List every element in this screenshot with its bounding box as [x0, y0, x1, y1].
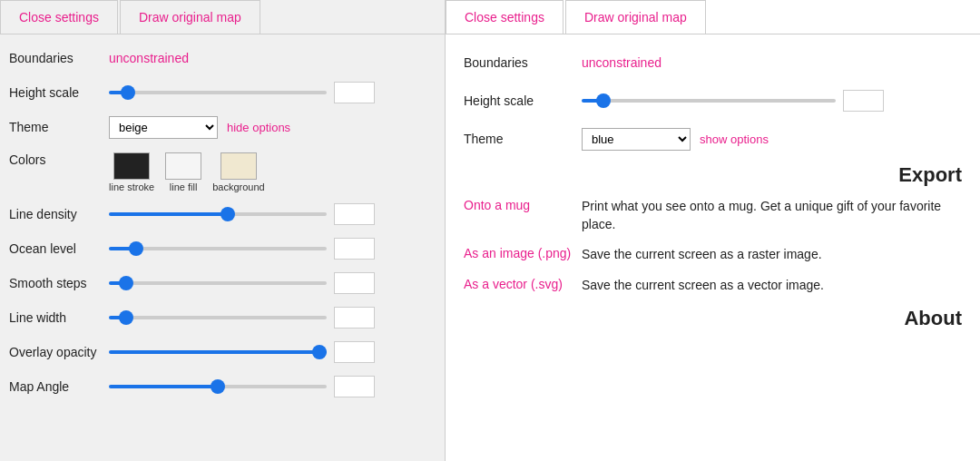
- overlay-opacity-value: 100: [109, 341, 436, 363]
- height-scale-number[interactable]: 29: [334, 82, 375, 103]
- right-close-settings-tab[interactable]: Close settings: [446, 0, 564, 34]
- boundaries-row: Boundaries unconstrained: [9, 45, 436, 71]
- line-width-row: Line width 1: [9, 305, 436, 330]
- left-panel: Close settings Draw original map Boundar…: [0, 0, 445, 461]
- as-vector-row: As a vector (.svg) Save the current scre…: [464, 277, 962, 295]
- left-settings-content: Boundaries unconstrained Height scale 29…: [0, 34, 445, 461]
- right-boundaries-value: unconstrained: [582, 55, 962, 70]
- background-label: background: [212, 181, 265, 192]
- line-width-number[interactable]: 1: [334, 307, 375, 329]
- background-swatch-item: background: [212, 152, 265, 192]
- colors-label: Colors: [9, 152, 109, 167]
- right-height-scale-value: 29: [582, 90, 962, 112]
- theme-value: beige blue green dark hide options: [109, 116, 436, 139]
- colors-value: line stroke line fill background: [109, 152, 436, 192]
- map-angle-label: Map Angle: [9, 379, 109, 394]
- about-title: About: [464, 307, 962, 330]
- ocean-level-slider[interactable]: [109, 247, 327, 250]
- onto-a-mug-row: Onto a mug Print what you see onto a mug…: [464, 198, 962, 233]
- right-theme-select[interactable]: beige blue green dark: [582, 128, 691, 151]
- right-panel: Close settings Draw original map Boundar…: [446, 0, 980, 461]
- right-height-scale-number[interactable]: 29: [843, 90, 884, 112]
- right-theme-row: Theme beige blue green dark show options: [464, 125, 962, 152]
- colors-row: Colors line stroke line fill background: [9, 149, 436, 192]
- height-scale-label: Height scale: [9, 85, 109, 100]
- line-density-slider[interactable]: [109, 212, 327, 216]
- ocean-level-number[interactable]: 0: [334, 238, 375, 260]
- line-fill-swatch-item: line fill: [165, 152, 201, 192]
- line-stroke-swatch-item: line stroke: [109, 152, 154, 192]
- as-image-row: As an image (.png) Save the current scre…: [464, 246, 962, 264]
- line-width-slider[interactable]: [109, 316, 327, 319]
- smooth-steps-value: 1: [109, 272, 436, 294]
- ocean-level-row: Ocean level 0: [9, 236, 436, 261]
- export-section: Export Onto a mug Print what you see ont…: [464, 163, 962, 330]
- line-density-row: Line density 28: [9, 201, 436, 227]
- height-scale-slider[interactable]: [109, 91, 327, 94]
- left-tab-bar: Close settings Draw original map: [0, 0, 445, 34]
- boundaries-text: unconstrained: [109, 51, 189, 65]
- background-swatch[interactable]: [220, 152, 257, 180]
- right-draw-map-tab[interactable]: Draw original map: [565, 0, 706, 34]
- line-density-label: Line density: [9, 207, 109, 221]
- as-vector-link[interactable]: As a vector (.svg): [464, 277, 582, 291]
- as-image-link[interactable]: As an image (.png): [464, 246, 582, 260]
- onto-a-mug-link[interactable]: Onto a mug: [464, 198, 582, 212]
- map-angle-slider[interactable]: [109, 385, 327, 388]
- right-boundaries-row: Boundaries unconstrained: [464, 49, 962, 76]
- line-width-label: Line width: [9, 310, 109, 325]
- height-scale-row: Height scale 29: [9, 80, 436, 105]
- right-theme-label: Theme: [464, 132, 582, 146]
- smooth-steps-label: Smooth steps: [9, 276, 109, 290]
- onto-a-mug-desc: Print what you see onto a mug. Get a uni…: [582, 198, 962, 233]
- line-fill-swatch[interactable]: [165, 152, 201, 180]
- line-density-value: 28: [109, 203, 436, 225]
- left-draw-map-tab[interactable]: Draw original map: [120, 0, 260, 34]
- right-height-scale-slider[interactable]: [582, 99, 836, 103]
- overlay-opacity-slider[interactable]: [109, 350, 327, 354]
- right-boundaries-label: Boundaries: [464, 55, 582, 70]
- right-height-scale-row: Height scale 29: [464, 87, 962, 114]
- show-options-button[interactable]: show options: [700, 132, 769, 146]
- line-fill-label: line fill: [170, 181, 198, 192]
- right-tab-bar: Close settings Draw original map: [446, 0, 980, 34]
- theme-select[interactable]: beige blue green dark: [109, 116, 218, 139]
- overlay-opacity-label: Overlay opacity: [9, 345, 109, 359]
- map-angle-row: Map Angle 0: [9, 374, 436, 399]
- right-boundaries-text: unconstrained: [582, 55, 662, 70]
- theme-label: Theme: [9, 120, 109, 134]
- line-width-value: 1: [109, 307, 436, 329]
- left-close-settings-tab[interactable]: Close settings: [0, 0, 118, 34]
- overlay-opacity-row: Overlay opacity 100: [9, 339, 436, 365]
- hide-options-button[interactable]: hide options: [227, 121, 290, 134]
- boundaries-label: Boundaries: [9, 51, 109, 65]
- height-scale-value: 29: [109, 82, 436, 103]
- color-swatch-group: line stroke line fill background: [109, 152, 265, 192]
- map-angle-number[interactable]: 0: [334, 376, 375, 397]
- right-content: Boundaries unconstrained Height scale 29…: [446, 34, 980, 461]
- right-height-scale-label: Height scale: [464, 93, 582, 108]
- theme-row: Theme beige blue green dark hide options: [9, 114, 436, 140]
- line-stroke-label: line stroke: [109, 181, 154, 192]
- export-title: Export: [464, 163, 962, 187]
- smooth-steps-number[interactable]: 1: [334, 272, 375, 294]
- overlay-opacity-number[interactable]: 100: [334, 341, 375, 363]
- smooth-steps-slider[interactable]: [109, 281, 327, 285]
- right-theme-value: beige blue green dark show options: [582, 128, 962, 151]
- as-vector-desc: Save the current screen as a vector imag…: [582, 277, 962, 295]
- as-image-desc: Save the current screen as a raster imag…: [582, 246, 962, 264]
- boundaries-value: unconstrained: [109, 51, 436, 65]
- map-angle-value: 0: [109, 376, 436, 397]
- ocean-level-value: 0: [109, 238, 436, 260]
- smooth-steps-row: Smooth steps 1: [9, 270, 436, 296]
- ocean-level-label: Ocean level: [9, 241, 109, 256]
- line-stroke-swatch[interactable]: [113, 152, 150, 180]
- line-density-number[interactable]: 28: [334, 203, 375, 225]
